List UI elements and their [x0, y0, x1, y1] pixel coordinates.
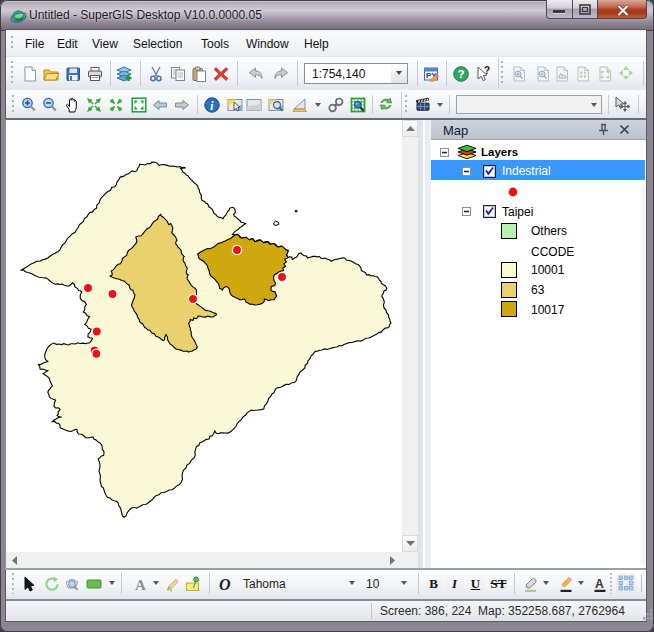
- svg-text:O: O: [219, 576, 231, 592]
- svg-text:A: A: [135, 577, 146, 593]
- svg-text:?: ?: [458, 68, 465, 80]
- svg-text:A: A: [595, 577, 604, 591]
- svg-text:?: ?: [484, 66, 490, 76]
